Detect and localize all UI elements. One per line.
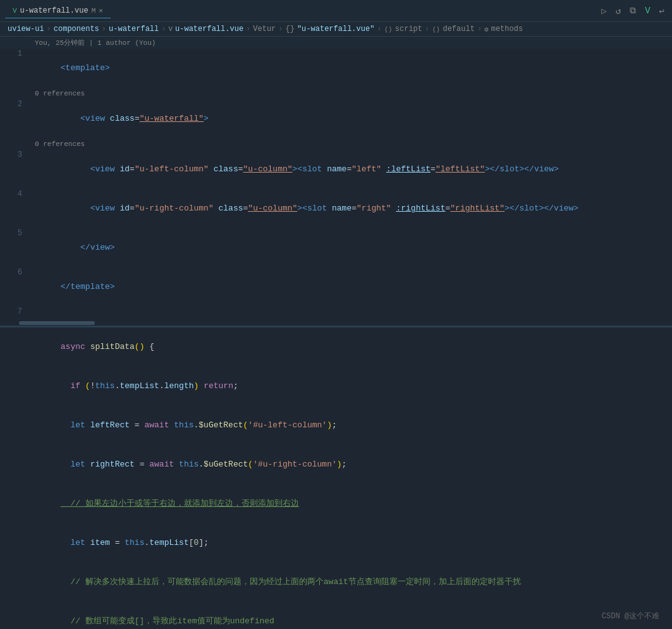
ref-line-3: 0 references: [0, 138, 672, 150]
js-line-5: // 如果左边小于或等于右边，就添加到左边，否则添加到右边: [0, 484, 672, 523]
vue-logo-icon[interactable]: V: [645, 6, 650, 16]
code-line-7: 7: [0, 307, 672, 321]
code-line-5: 5 </view>: [0, 228, 672, 267]
code-line-2: 2 <view class="u-waterfall">: [0, 99, 672, 138]
close-tab-button[interactable]: ✕: [99, 6, 103, 15]
js-line-3: let leftRect = await this.$uGetRect('#u-…: [0, 406, 672, 445]
history-icon[interactable]: ↺: [616, 6, 621, 16]
active-tab[interactable]: V u-waterfall.vue M ✕: [5, 4, 111, 18]
code-line-4: 4 <view id="u-right-column" class="u-col…: [0, 189, 672, 228]
code-line-6: 6 </template>: [0, 267, 672, 307]
bc-uview[interactable]: uview-ui: [8, 25, 44, 34]
watermark: CSDN @这个不难: [602, 611, 659, 621]
js-line-7: // 解决多次快速上拉后，可能数据会乱的问题，因为经过上面的两个await节点查…: [0, 563, 672, 602]
js-editor[interactable]: async splitData() { if (!this.tempList.l…: [0, 327, 672, 629]
bc-components[interactable]: components: [54, 25, 99, 34]
js-line-6: let item = this.tempList[0];: [0, 523, 672, 563]
bc-file[interactable]: u-waterfall.vue: [175, 25, 243, 34]
scrollbar-horizontal-top[interactable]: [0, 321, 672, 326]
breadcrumb: uview-ui › components › u-waterfall › V …: [0, 22, 672, 37]
js-line-8: // 数组可能变成[]，导致此item值可能为undefined: [0, 602, 672, 629]
toolbar-actions: ▷ ↺ ⧉ V ↩: [601, 6, 664, 16]
js-line-4: let rightRect = await this.$uGetRect('#u…: [0, 445, 672, 484]
title-bar: V u-waterfall.vue M ✕ ▷ ↺ ⧉ V ↩: [0, 0, 672, 22]
scrollbar-thumb[interactable]: [19, 321, 95, 325]
split-icon[interactable]: ⧉: [630, 6, 636, 16]
js-line-2: if (!this.tempList.length) return;: [0, 367, 672, 406]
revert-icon[interactable]: ↩: [659, 6, 664, 16]
bc-filename2[interactable]: "u-waterfall.vue": [297, 25, 374, 34]
bc-uwaterfall[interactable]: u-waterfall: [109, 25, 159, 34]
code-line-1: 1 <template>: [0, 49, 672, 88]
tab-filename: u-waterfall.vue: [20, 6, 89, 15]
run-icon[interactable]: ▷: [601, 6, 606, 16]
js-line-1: async splitData() {: [0, 327, 672, 367]
tab-list: V u-waterfall.vue M ✕: [5, 4, 111, 18]
tab-modified: M: [92, 7, 96, 15]
ref-line-2: 0 references: [0, 88, 672, 99]
vue-icon: V: [13, 7, 17, 15]
code-line-3: 3 <view id="u-left-column" class="u-colu…: [0, 150, 672, 189]
template-editor: 1 <template> 0 references 2 <view class=…: [0, 49, 672, 327]
author-info: You, 25分钟前 | 1 author (You): [0, 37, 672, 49]
